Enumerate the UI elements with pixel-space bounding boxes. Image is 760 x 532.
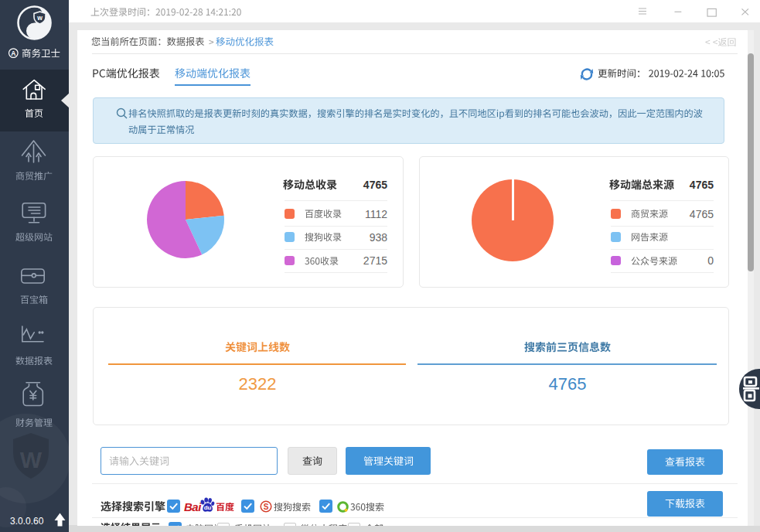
svg-text:w: w xyxy=(36,14,43,22)
svg-text:S: S xyxy=(264,503,269,511)
svg-text:A: A xyxy=(11,49,15,57)
svg-text:du: du xyxy=(204,504,212,511)
svg-text:W: W xyxy=(20,447,43,472)
